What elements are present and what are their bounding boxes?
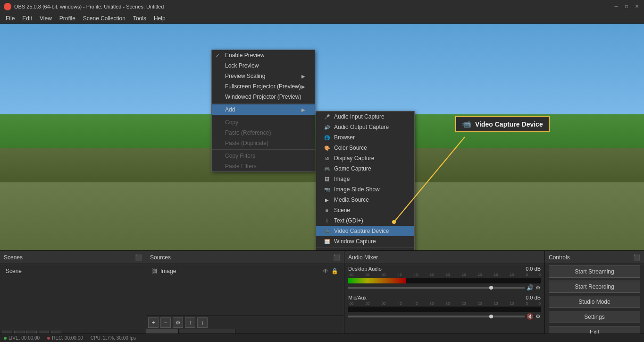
mic-aux-settings-icon[interactable]: ⚙ xyxy=(535,313,541,320)
add-arrow: ▶ xyxy=(301,107,305,112)
source-item-image[interactable]: 🖼 Image 👁 🔒 xyxy=(148,266,342,276)
desktop-audio-header: Desktop Audio 0.0 dB xyxy=(348,266,541,272)
main-layout: ✓ Enable Preview Lock Preview Preview Sc… xyxy=(0,24,644,342)
audio-header: Audio Mixer xyxy=(344,251,544,264)
image-slide-show-icon: 📷 xyxy=(324,186,330,193)
scene-item-scene[interactable]: Scene xyxy=(2,266,144,276)
start-recording-button[interactable]: Start Recording xyxy=(549,281,640,293)
sub-text-gdi-label: Text (GDI+) xyxy=(334,217,363,224)
desktop-audio-scale: -60-55-50-45-40-35-30-25-20-15-10-50 xyxy=(348,273,541,277)
desktop-audio-slider[interactable] xyxy=(348,287,525,289)
mic-aux-db: 0.0 dB xyxy=(526,295,541,300)
desktop-audio-db: 0.0 dB xyxy=(526,266,541,272)
ctx-paste-duplicate-label: Paste (Duplicate) xyxy=(225,140,268,146)
sources-collapse-icon[interactable]: ⬛ xyxy=(333,254,340,261)
desktop-audio-label: Desktop Audio xyxy=(348,266,382,272)
sub-game-capture-label: Game Capture xyxy=(334,165,371,172)
menu-view[interactable]: View xyxy=(36,14,56,23)
menu-file[interactable]: File xyxy=(2,14,18,23)
ctx-sep-1 xyxy=(212,103,315,103)
source-image-icon: 🖼 xyxy=(152,268,158,274)
ctx-lock-preview[interactable]: Lock Preview xyxy=(212,60,315,71)
sources-title: Sources xyxy=(150,254,171,261)
bottom-panel: Scenes ⬛ Scene + − ⚙ ↑ ↓ Sources ⬛ 🖼 xyxy=(0,250,644,342)
status-live: LIVE: 00:00:00 xyxy=(4,335,40,341)
sources-header: Sources ⬛ xyxy=(146,251,344,264)
ctx-paste-duplicate: Paste (Duplicate) xyxy=(212,138,315,148)
sub-audio-output[interactable]: 🔊 Audio Output Capture xyxy=(316,122,414,132)
status-bar: LIVE: 00:00:00 REC: 00:00:00 CPU: 2.7%, … xyxy=(0,333,644,342)
vcd-tooltip-label: Video Capture Device xyxy=(475,120,543,128)
scenes-collapse-icon[interactable]: ⬛ xyxy=(135,254,142,261)
sub-image[interactable]: 🖼 Image xyxy=(316,174,414,184)
desktop-audio-slider-thumb xyxy=(489,286,493,290)
sources-settings-btn[interactable]: ⚙ xyxy=(173,317,183,328)
sub-audio-input[interactable]: 🎤 Audio Input Capture xyxy=(316,111,414,122)
mic-aux-slider-thumb xyxy=(489,315,493,318)
mic-aux-controls: 🔇 ⚙ xyxy=(348,313,541,320)
sub-display-capture-label: Display Capture xyxy=(334,155,374,162)
minimize-button[interactable]: ─ xyxy=(613,3,619,10)
text-gdi-icon: T xyxy=(324,217,330,224)
sub-scene-label: Scene xyxy=(334,207,350,214)
audio-panel: Audio Mixer Desktop Audio 0.0 dB -60-55-… xyxy=(344,251,545,342)
menu-scene-collection[interactable]: Scene Collection xyxy=(79,14,129,23)
maximize-button[interactable]: □ xyxy=(623,3,630,10)
menu-help[interactable]: Help xyxy=(150,14,169,23)
sub-media-source[interactable]: ▶ Media Source xyxy=(316,195,414,205)
sub-display-capture[interactable]: 🖥 Display Capture xyxy=(316,153,414,163)
scenes-content: Scene xyxy=(0,264,146,329)
browser-icon: 🌐 xyxy=(324,134,330,141)
sub-scene[interactable]: ≡ Scene xyxy=(316,205,414,215)
mic-aux-meter xyxy=(348,307,541,312)
sub-video-capture-device[interactable]: 📹 Video Capture Device xyxy=(316,226,414,236)
sub-group[interactable]: 📁 Group xyxy=(316,249,414,250)
desktop-audio-speaker-icon[interactable]: 🔊 xyxy=(527,284,534,291)
cam-icon: 📹 xyxy=(462,120,471,128)
desktop-audio-settings-icon[interactable]: ⚙ xyxy=(535,284,541,291)
source-visibility-btn[interactable]: 👁 xyxy=(323,268,328,274)
ctx-enable-preview[interactable]: ✓ Enable Preview xyxy=(212,50,315,60)
sub-color-source[interactable]: 🎨 Color Source xyxy=(316,143,414,153)
sub-text-gdi[interactable]: T Text (GDI+) xyxy=(316,215,414,226)
mic-aux-scale: -60-55-50-45-40-35-30-25-20-15-10-50 xyxy=(348,301,541,306)
ctx-paste-reference: Paste (Reference) xyxy=(212,128,315,138)
sub-window-capture[interactable]: 🪟 Window Capture xyxy=(316,236,414,247)
context-menu-outer: ✓ Enable Preview Lock Preview Preview Sc… xyxy=(211,50,315,172)
sources-down-btn[interactable]: ↓ xyxy=(197,317,208,328)
desktop-audio-meter xyxy=(348,278,541,283)
mic-aux-mute-icon[interactable]: 🔇 xyxy=(527,313,534,320)
mic-aux-header: Mic/Aux 0.0 dB xyxy=(348,295,541,300)
mic-aux-slider[interactable] xyxy=(348,316,525,317)
menu-edit[interactable]: Edit xyxy=(18,14,36,23)
preview-canvas: ✓ Enable Preview Lock Preview Preview Sc… xyxy=(0,24,644,250)
close-button[interactable]: ✕ xyxy=(634,3,640,10)
controls-collapse-icon[interactable]: ⬛ xyxy=(633,254,640,261)
display-capture-icon: 🖥 xyxy=(324,155,330,162)
ctx-copy-filters: Copy Filters xyxy=(212,151,315,161)
ctx-add[interactable]: Add ▶ xyxy=(212,104,315,115)
submenu-add: 🎤 Audio Input Capture 🔊 Audio Output Cap… xyxy=(316,111,415,250)
sub-window-capture-label: Window Capture xyxy=(334,238,376,245)
sources-up-btn[interactable]: ↑ xyxy=(185,317,195,328)
studio-mode-button[interactable]: Studio Mode xyxy=(549,296,640,308)
ctx-fullscreen-projector[interactable]: Fullscreen Projector (Preview) ▶ xyxy=(212,81,315,92)
media-source-icon: ▶ xyxy=(324,197,330,203)
sub-game-capture[interactable]: 🎮 Game Capture xyxy=(316,163,414,174)
sub-image-slide-show[interactable]: 📷 Image Slide Show xyxy=(316,184,414,195)
start-streaming-button[interactable]: Start Streaming xyxy=(549,265,640,278)
source-lock-btn[interactable]: 🔒 xyxy=(331,268,338,274)
menu-tools[interactable]: Tools xyxy=(129,14,150,23)
sources-add-btn[interactable]: + xyxy=(148,317,159,328)
sub-media-source-label: Media Source xyxy=(334,197,369,203)
rec-text: REC: 00:00:00 xyxy=(52,335,83,341)
live-indicator xyxy=(4,337,7,340)
ctx-preview-scaling[interactable]: Preview Scaling ▶ xyxy=(212,71,315,81)
settings-button[interactable]: Settings xyxy=(549,311,640,323)
menu-profile[interactable]: Profile xyxy=(56,14,79,23)
ctx-lock-preview-label: Lock Preview xyxy=(225,62,259,69)
sub-browser[interactable]: 🌐 Browser xyxy=(316,132,414,143)
sources-remove-btn[interactable]: − xyxy=(160,317,171,328)
ctx-windowed-projector[interactable]: Windowed Projector (Preview) xyxy=(212,92,315,102)
ctx-sep-3 xyxy=(212,149,315,150)
